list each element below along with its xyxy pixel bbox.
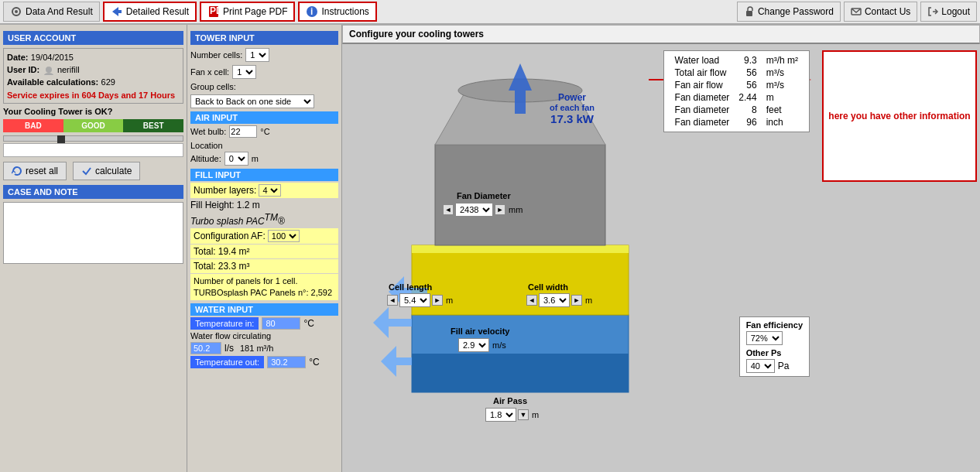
air-pass-down-btn[interactable]: ▼ [518, 409, 529, 420]
group-cells-select[interactable]: Back to Back on one side In Line [190, 94, 314, 108]
temp-out-input[interactable] [267, 356, 306, 368]
logout-btn[interactable]: Logout [920, 2, 977, 22]
main-layout: USER ACCOUNT Date: 19/04/2015 User ID: n… [0, 25, 980, 472]
fill-height-info: Fill Height: 1.2 m [190, 200, 338, 210]
cell-wid-left-btn[interactable]: ◄ [526, 295, 537, 306]
svg-text:PDF: PDF [210, 5, 220, 16]
avail-value: 629 [101, 77, 115, 87]
fill-input-header: FILL INPUT [190, 169, 338, 181]
fan-x-cell-select[interactable]: 12 [232, 65, 256, 79]
userid-row: User ID: nerifill [7, 64, 180, 75]
fan-efficiency-label: Fan efficiency [746, 320, 803, 330]
fan-diam-right-btn[interactable]: ► [495, 204, 505, 215]
gauge-row: BAD GOOD BEST [3, 119, 183, 132]
svg-rect-17 [412, 245, 629, 253]
userid-label: User ID: [7, 65, 39, 74]
num-cells-select[interactable]: 1234 [245, 48, 269, 62]
contact-us-btn[interactable]: Contact Us [844, 2, 917, 22]
fan-diam-m-label: Fan diameter [670, 91, 735, 104]
fan-efficiency-select[interactable]: 72%60%80% [746, 331, 783, 345]
wet-bulb-input[interactable] [229, 125, 257, 138]
power-text: Power [550, 92, 595, 103]
fan-diam-select[interactable]: 243820003000 [455, 203, 493, 217]
other-ps-select[interactable]: 402060 [746, 359, 775, 373]
instructions-btn[interactable]: i Instructions [298, 2, 376, 22]
water-load-row: Water load 9.3 m³/h m² [670, 54, 803, 67]
change-password-btn[interactable]: Change Password [737, 2, 841, 22]
altitude-select[interactable]: 0 [224, 152, 248, 166]
cell-wid-unit: m [585, 296, 592, 305]
fan-diam-m-unit: m [762, 91, 803, 104]
date-label: Date: [7, 53, 29, 62]
config-af-select[interactable]: 10080 [268, 230, 300, 242]
total-air-flow-unit: m³/s [762, 67, 803, 79]
fan-air-flow-row: Fan air flow 56 m³/s [670, 79, 803, 91]
avail-label: Available calculations: [7, 77, 98, 87]
total-air-flow-val: 56 [734, 67, 761, 79]
gauge-best: BEST [123, 119, 183, 132]
middle-panel: TOWER INPUT Number cells: 1234 Fan x cel… [187, 25, 342, 472]
fan-air-flow-val: 56 [734, 79, 761, 91]
fan-diam-ft-row: Fan diameter 8 feet [670, 104, 803, 116]
calculate-button[interactable]: calculate [73, 162, 140, 180]
flow-row: l/s 181 m³/h [190, 342, 338, 354]
altitude-row: Altitude: 0 m [190, 152, 338, 166]
num-cells-label: Number cells: [190, 50, 242, 60]
fan-diam-m-val: 2.44 [734, 91, 761, 104]
fan-x-cell-label: Fan x cell: [190, 67, 229, 77]
cell-len-right-btn[interactable]: ► [432, 295, 443, 306]
svg-rect-15 [412, 354, 629, 392]
power-each-fan: of each fan [550, 103, 595, 112]
detailed-result-btn[interactable]: Detailed Result [103, 2, 197, 22]
fill-air-vel-select[interactable]: 2.92.03.5 [458, 338, 489, 352]
logout-icon [927, 6, 938, 17]
cell-len-left-btn[interactable]: ◄ [387, 295, 398, 306]
svg-marker-23 [381, 346, 412, 377]
temp-out-unit: °C [309, 357, 319, 368]
num-cells-row: Number cells: 1234 [190, 48, 338, 62]
svg-point-10 [46, 67, 52, 73]
water-input-header: WATER INPUT [190, 303, 338, 316]
num-layers-row: Number layers: 426 [190, 183, 338, 198]
air-pass-select[interactable]: 1.81.52.0 [485, 408, 516, 422]
air-input-header: AIR INPUT [190, 111, 338, 124]
gauge-indicator [57, 135, 65, 143]
action-buttons: reset all calculate [3, 162, 183, 180]
group-cells-select-row: Back to Back on one side In Line [190, 94, 338, 108]
temp-in-input[interactable] [262, 317, 300, 330]
fan-x-cell-row: Fan x cell: 12 [190, 65, 338, 79]
cell-wid-select[interactable]: 3.63.04.0 [539, 293, 570, 307]
fan-diam-in-label: Fan diameter [670, 116, 735, 128]
total-vol-row: Total: 23.3 m³ [190, 259, 338, 273]
nav-right: Change Password Contact Us Logout [737, 2, 977, 22]
temp-out-row: Temperature out: °C [190, 356, 338, 368]
lock-icon [744, 6, 755, 17]
reset-button[interactable]: reset all [3, 162, 67, 180]
case-note-textarea[interactable] [3, 202, 183, 264]
total-air-flow-label: Total air flow [670, 67, 735, 79]
fan-diam-ft-unit: feet [762, 104, 803, 116]
altitude-label: Altitude: [190, 154, 221, 163]
total-area-row: Total: 19.4 m² [190, 245, 338, 258]
flow-label: Water flow circulating [190, 331, 338, 340]
data-result-btn[interactable]: Data And Result [3, 2, 100, 22]
flow-ls-input[interactable] [190, 342, 221, 354]
svg-marker-22 [373, 307, 412, 338]
fill-air-vel-unit: m/s [492, 340, 506, 350]
cell-len-select[interactable]: 5.44.06.0 [399, 293, 430, 307]
turbo-label: Turbo splash PACTM® [190, 212, 338, 227]
water-load-val: 9.3 [734, 54, 761, 67]
num-layers-select[interactable]: 426 [259, 184, 281, 197]
fan-diam-in-unit: inch [762, 116, 803, 128]
print-pdf-btn[interactable]: PDF Print Page PDF [200, 2, 295, 22]
svg-marker-2 [112, 7, 122, 16]
other-ps-row: 402060 Pa [746, 359, 803, 373]
configure-header: Configure your cooling towers [342, 25, 980, 44]
cell-wid-right-btn[interactable]: ► [571, 295, 582, 306]
temp-in-row: Temperature in: °C [190, 317, 338, 330]
fill-air-vel-label: Fill air velocity [451, 327, 509, 336]
fan-diam-left-btn[interactable]: ◄ [443, 204, 454, 215]
svg-text:i: i [310, 6, 313, 17]
fan-diam-unit: mm [509, 205, 523, 214]
info-table: Water load 9.3 m³/h m² Total air flow 56… [663, 50, 810, 132]
